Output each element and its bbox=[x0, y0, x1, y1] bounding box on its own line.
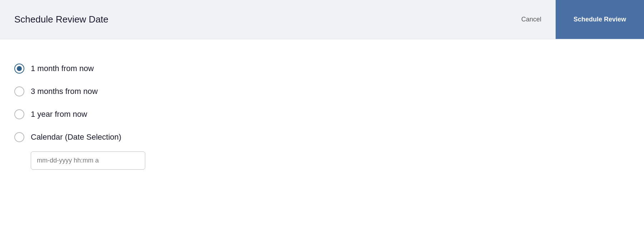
radio-label-3months: 3 months from now bbox=[31, 87, 98, 96]
header-actions: Cancel Schedule Review bbox=[507, 0, 644, 39]
radio-1year[interactable] bbox=[14, 109, 24, 119]
cancel-button[interactable]: Cancel bbox=[507, 0, 556, 39]
radio-item-3months[interactable]: 3 months from now bbox=[14, 80, 630, 103]
radio-label-calendar: Calendar (Date Selection) bbox=[31, 132, 121, 142]
radio-label-1year: 1 year from now bbox=[31, 110, 87, 119]
page-title: Schedule Review Date bbox=[14, 14, 108, 25]
date-input[interactable] bbox=[31, 151, 145, 170]
radio-item-1month[interactable]: 1 month from now bbox=[14, 57, 630, 80]
radio-calendar[interactable] bbox=[14, 132, 24, 142]
header: Schedule Review Date Cancel Schedule Rev… bbox=[0, 0, 644, 39]
schedule-review-button[interactable]: Schedule Review bbox=[556, 0, 644, 39]
page-container: Schedule Review Date Cancel Schedule Rev… bbox=[0, 0, 644, 245]
radio-group: 1 month from now 3 months from now 1 yea… bbox=[14, 57, 630, 170]
radio-1month[interactable] bbox=[14, 64, 24, 74]
radio-3months[interactable] bbox=[14, 86, 24, 96]
radio-label-1month: 1 month from now bbox=[31, 64, 94, 73]
radio-item-calendar[interactable]: Calendar (Date Selection) bbox=[14, 126, 630, 149]
content-area: 1 month from now 3 months from now 1 yea… bbox=[0, 39, 644, 245]
date-input-wrapper bbox=[31, 151, 630, 170]
radio-item-1year[interactable]: 1 year from now bbox=[14, 103, 630, 126]
